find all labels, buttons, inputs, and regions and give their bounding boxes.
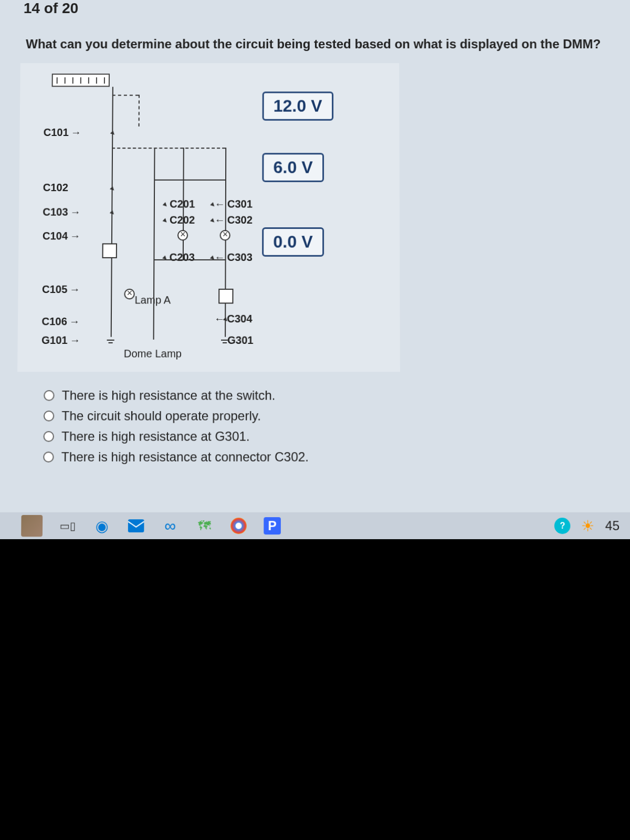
- radio-icon[interactable]: [44, 390, 54, 401]
- lamp-mid-icon: [177, 230, 188, 240]
- infinity-icon[interactable]: ∞: [161, 517, 180, 535]
- answer-option-1[interactable]: There is high resistance at the switch.: [44, 388, 309, 403]
- wire: [139, 94, 140, 126]
- label-c201: C201: [170, 198, 195, 210]
- label-c104: C104: [43, 230, 81, 242]
- wire: [225, 148, 226, 337]
- label-c202: C202: [170, 214, 195, 226]
- wire: [154, 148, 155, 180]
- answer-list: There is high resistance at the switch. …: [43, 388, 309, 470]
- label-lamp-a: Lamp A: [135, 294, 171, 306]
- connector-tick: ▼: [107, 184, 118, 194]
- pandora-icon[interactable]: P: [264, 517, 281, 534]
- switch-right: [218, 289, 233, 304]
- mail-icon[interactable]: [127, 517, 145, 535]
- lamp-a-icon: [124, 289, 134, 299]
- radio-icon[interactable]: [44, 411, 54, 422]
- label-g101: G101: [41, 334, 80, 347]
- help-icon[interactable]: ?: [554, 518, 571, 534]
- wire: [183, 180, 184, 259]
- fuse-box: [52, 74, 110, 87]
- quiz-screen: 14 of 20 What can you determine about th…: [0, 0, 630, 539]
- label-c301: C301: [215, 198, 253, 210]
- dmm-reading-2: 6.0 V: [262, 153, 323, 182]
- page-counter: 14 of 20: [24, 0, 79, 17]
- connector-tick: ▼: [108, 128, 118, 139]
- label-c303: C303: [214, 251, 252, 264]
- answer-text: There is high resistance at G301.: [61, 429, 250, 444]
- lamp-b-icon: [220, 230, 230, 240]
- label-c203: C203: [170, 251, 195, 264]
- label-c302: C302: [215, 214, 253, 226]
- connector-tick: ▼: [107, 207, 118, 218]
- map-icon[interactable]: 🗺: [195, 517, 214, 535]
- dmm-reading-1: 12.0 V: [262, 91, 333, 120]
- weather-icon[interactable]: ☀: [581, 517, 595, 535]
- label-c102: C102: [43, 182, 68, 194]
- answer-text: There is high resistance at connector C3…: [61, 449, 309, 465]
- wire: [112, 94, 139, 96]
- label-c106: C106: [41, 316, 80, 328]
- circuit-diagram: C101 C102 C103 C104 C105 C106 G101 C201 …: [17, 63, 400, 372]
- label-g301: G301: [227, 334, 254, 347]
- answer-option-2[interactable]: The circuit should operate properly.: [44, 408, 309, 424]
- start-icon[interactable]: [21, 515, 43, 537]
- connector-tick: ▼: [160, 253, 170, 263]
- answer-text: The circuit should operate properly.: [61, 408, 261, 424]
- wire: [183, 148, 184, 180]
- answer-option-3[interactable]: There is high resistance at G301.: [43, 429, 309, 444]
- connector-tick: ▼: [160, 200, 171, 210]
- radio-icon[interactable]: [44, 431, 54, 442]
- taskview-icon[interactable]: ▭▯: [58, 517, 77, 535]
- label-dome-lamp: Dome Lamp: [124, 348, 182, 360]
- answer-text: There is high resistance at the switch.: [62, 388, 276, 403]
- wire: [154, 180, 225, 181]
- ground-g101-icon: [107, 340, 114, 345]
- taskbar: ▭▯ ◉ ∞ 🗺 P ? ☀ 45: [0, 512, 630, 540]
- temperature: 45: [605, 518, 620, 533]
- label-c101: C101: [44, 127, 81, 139]
- answer-option-4[interactable]: There is high resistance at connector C3…: [43, 449, 309, 465]
- svg-rect-0: [128, 519, 144, 532]
- wire: [112, 148, 225, 149]
- switch-left: [102, 243, 117, 258]
- connector-tick: ▼: [160, 215, 170, 226]
- dmm-reading-3: 0.0 V: [262, 227, 324, 257]
- radio-icon[interactable]: [43, 452, 54, 463]
- ground-g301-icon: [221, 340, 228, 345]
- edge-icon[interactable]: ◉: [93, 517, 111, 535]
- chrome-icon[interactable]: [229, 517, 248, 535]
- question-text: What can you determine about the circuit…: [26, 37, 604, 51]
- label-c103: C103: [43, 206, 81, 218]
- label-c105: C105: [42, 284, 80, 296]
